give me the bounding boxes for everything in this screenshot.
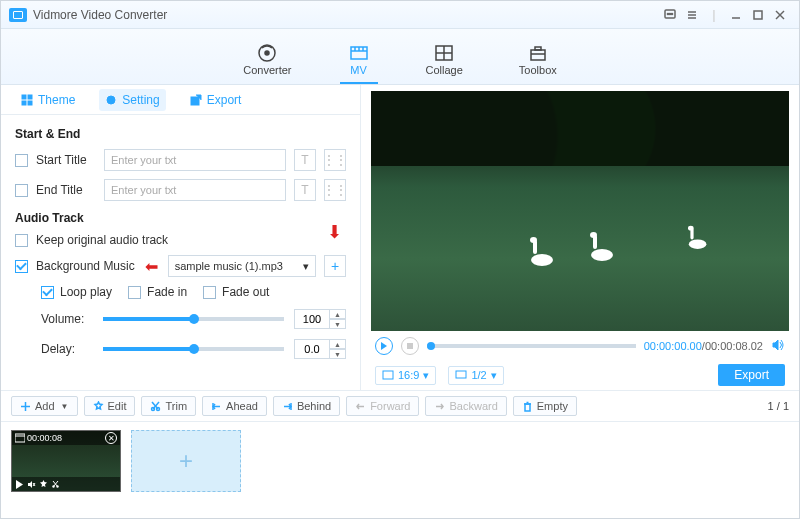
tab-export[interactable]: Export xyxy=(184,89,248,111)
bg-music-checkbox[interactable] xyxy=(15,260,28,273)
delay-row: Delay: ▲▼ xyxy=(41,339,346,359)
forward-button[interactable]: Forward xyxy=(346,396,419,416)
chevron-down-icon: ▼ xyxy=(61,402,69,411)
startend-header: Start & End xyxy=(15,127,346,141)
tab-setting-label: Setting xyxy=(122,93,159,107)
end-title-label: End Title xyxy=(36,183,96,197)
svg-point-2 xyxy=(669,13,670,14)
page-indicator: 1 / 1 xyxy=(768,400,789,412)
clip-remove-button[interactable]: ✕ xyxy=(105,432,117,444)
svg-point-29 xyxy=(110,98,113,101)
fade-in-checkbox[interactable] xyxy=(128,286,141,299)
feedback-icon[interactable] xyxy=(659,6,681,24)
preview-options: 16:9▾ 1/2▾ Export xyxy=(371,361,789,389)
clip-play-icon[interactable] xyxy=(15,480,24,489)
add-music-button[interactable]: + xyxy=(324,255,346,277)
clip-edit-icon[interactable] xyxy=(39,480,48,489)
svg-rect-33 xyxy=(456,371,466,378)
delay-slider[interactable] xyxy=(103,347,284,351)
empty-button[interactable]: Empty xyxy=(513,396,577,416)
time-current: 00:00:00.00 xyxy=(644,340,702,352)
clip-trim-icon[interactable] xyxy=(51,480,60,489)
loop-play-checkbox[interactable] xyxy=(41,286,54,299)
clip-mute-icon[interactable] xyxy=(27,480,36,489)
add-button[interactable]: Add▼ xyxy=(11,396,78,416)
start-font-button[interactable]: T xyxy=(294,149,316,171)
time-display: 00:00:00.00/00:00:08.02 xyxy=(644,340,763,352)
trim-button[interactable]: Trim xyxy=(141,396,196,416)
tab-export-label: Export xyxy=(207,93,242,107)
zoom-select[interactable]: 1/2▾ xyxy=(448,366,503,385)
video-preview[interactable] xyxy=(371,91,789,331)
stop-button[interactable] xyxy=(401,337,419,355)
aspect-ratio-select[interactable]: 16:9▾ xyxy=(375,366,436,385)
nav-converter-label: Converter xyxy=(243,64,291,76)
export-button[interactable]: Export xyxy=(718,364,785,386)
close-button[interactable] xyxy=(769,6,791,24)
fade-out-checkbox[interactable] xyxy=(203,286,216,299)
svg-rect-22 xyxy=(535,47,541,50)
nav-collage[interactable]: Collage xyxy=(418,38,471,84)
nav-toolbox[interactable]: Toolbox xyxy=(511,38,565,84)
volume-down[interactable]: ▼ xyxy=(330,319,346,329)
timeline-row: 00:00:08 ✕ + xyxy=(1,422,799,502)
start-title-row: Start Title T ⋮⋮ xyxy=(15,149,346,171)
delay-spinner[interactable]: ▲▼ xyxy=(294,339,346,359)
delay-down[interactable]: ▼ xyxy=(330,349,346,359)
tab-theme[interactable]: Theme xyxy=(15,89,81,111)
nav-converter[interactable]: Converter xyxy=(235,38,299,84)
fade-out-option[interactable]: Fade out xyxy=(203,285,269,299)
bg-music-selected: sample music (1).mp3 xyxy=(175,260,283,272)
clip-duration: 00:00:08 xyxy=(27,433,62,443)
keep-original-checkbox[interactable] xyxy=(15,234,28,247)
start-title-checkbox[interactable] xyxy=(15,154,28,167)
end-font-button[interactable]: T xyxy=(294,179,316,201)
fade-options-row: Loop play Fade in Fade out xyxy=(41,285,346,299)
minimize-button[interactable] xyxy=(725,6,747,24)
tab-theme-label: Theme xyxy=(38,93,75,107)
volume-up[interactable]: ▲ xyxy=(330,309,346,319)
seek-bar[interactable] xyxy=(427,344,636,348)
menu-icon[interactable] xyxy=(681,6,703,24)
delay-up[interactable]: ▲ xyxy=(330,339,346,349)
clip-thumbnail[interactable]: 00:00:08 ✕ xyxy=(11,430,121,492)
svg-rect-21 xyxy=(531,50,545,60)
end-style-button[interactable]: ⋮⋮ xyxy=(324,179,346,201)
bg-music-row: Background Music ⬅ sample music (1).mp3 … xyxy=(15,255,346,277)
clip-toolbar: Add▼ Edit Trim Ahead Behind Forward Back… xyxy=(1,390,799,422)
volume-icon[interactable] xyxy=(771,338,785,355)
end-title-input[interactable] xyxy=(104,179,286,201)
backward-label: Backward xyxy=(449,400,497,412)
page-current: 1 xyxy=(768,400,774,412)
volume-spinner[interactable]: ▲▼ xyxy=(294,309,346,329)
svg-rect-32 xyxy=(383,371,393,379)
delay-value[interactable] xyxy=(294,339,330,359)
volume-slider[interactable] xyxy=(103,317,284,321)
start-title-input[interactable] xyxy=(104,149,286,171)
fade-in-option[interactable]: Fade in xyxy=(128,285,187,299)
preview-panel: 00:00:00.00/00:00:08.02 16:9▾ 1/2▾ Expor… xyxy=(361,85,799,390)
panel-tabs: Theme Setting Export xyxy=(1,85,360,115)
end-title-checkbox[interactable] xyxy=(15,184,28,197)
loop-play-option[interactable]: Loop play xyxy=(41,285,112,299)
bg-music-dropdown[interactable]: sample music (1).mp3 ▾ xyxy=(168,255,316,277)
nav-mv[interactable]: MV xyxy=(340,38,378,84)
edit-button[interactable]: Edit xyxy=(84,396,136,416)
zoom-value: 1/2 xyxy=(471,369,486,381)
converter-icon xyxy=(256,42,278,64)
start-style-button[interactable]: ⋮⋮ xyxy=(324,149,346,171)
nav-toolbox-label: Toolbox xyxy=(519,64,557,76)
volume-value[interactable] xyxy=(294,309,330,329)
tab-setting[interactable]: Setting xyxy=(99,89,165,111)
maximize-button[interactable] xyxy=(747,6,769,24)
trim-label: Trim xyxy=(165,400,187,412)
ahead-button[interactable]: Ahead xyxy=(202,396,267,416)
nav-mv-label: MV xyxy=(350,64,367,76)
aspect-ratio-value: 16:9 xyxy=(398,369,419,381)
behind-button[interactable]: Behind xyxy=(273,396,340,416)
add-clip-placeholder[interactable]: + xyxy=(131,430,241,492)
backward-button[interactable]: Backward xyxy=(425,396,506,416)
divider: | xyxy=(703,6,725,24)
play-button[interactable] xyxy=(375,337,393,355)
delay-label: Delay: xyxy=(41,342,93,356)
